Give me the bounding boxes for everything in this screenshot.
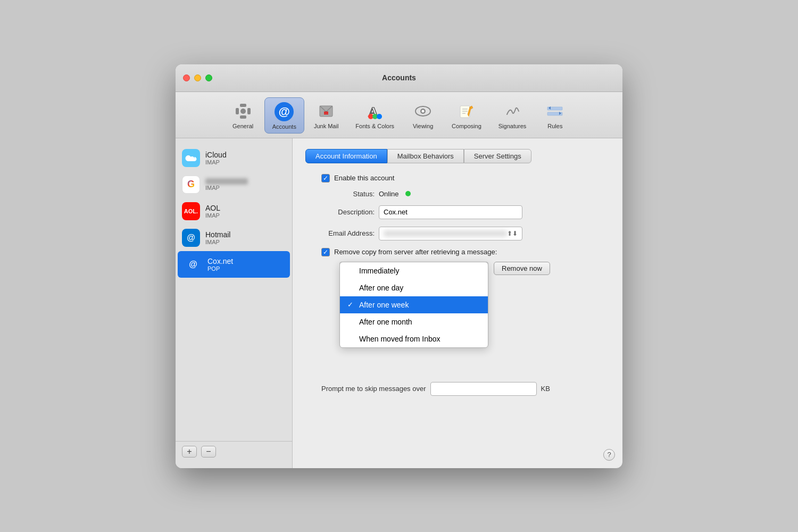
remove-account-button[interactable]: −	[201, 446, 216, 458]
toolbar-item-accounts[interactable]: @ Accounts	[264, 97, 304, 134]
hotmail-icon: @	[182, 229, 200, 247]
google-info: IMAP	[205, 178, 248, 191]
option-when-moved[interactable]: When moved from Inbox	[340, 330, 488, 347]
option-after-one-week[interactable]: ✓ After one week	[340, 296, 488, 313]
option-immediately[interactable]: Immediately	[340, 262, 488, 279]
main-content: iCloud IMAP G IMAP AOL. AOL IMAP	[176, 138, 622, 468]
add-account-button[interactable]: +	[182, 446, 197, 458]
svg-rect-1	[236, 108, 239, 114]
minimize-button[interactable]	[194, 74, 201, 81]
tab-server-settings[interactable]: Server Settings	[464, 149, 531, 163]
email-dropdown-arrow: ⬆⬇	[507, 230, 518, 237]
description-label: Description:	[305, 208, 375, 216]
svg-rect-2	[247, 108, 251, 114]
aol-info: AOL IMAP	[205, 204, 220, 219]
aol-type: IMAP	[205, 212, 220, 219]
email-select[interactable]: ⬆⬇	[379, 227, 522, 240]
remove-copy-row: ✓ Remove copy from server after retrievi…	[305, 248, 610, 256]
cox-icon: @	[184, 255, 202, 273]
icloud-info: iCloud IMAP	[205, 151, 227, 165]
help-button[interactable]: ?	[603, 449, 615, 461]
toolbar-item-general[interactable]: General	[224, 97, 262, 134]
viewing-icon	[412, 101, 434, 122]
google-icon: G	[182, 176, 200, 194]
general-icon	[232, 101, 254, 122]
enable-account-row: ✓ Enable this account	[305, 174, 610, 182]
hotmail-name: Hotmail	[205, 230, 230, 239]
promo-label: Prompt me to skip messages over	[321, 385, 426, 393]
toolbar-item-viewing[interactable]: Viewing	[404, 97, 442, 134]
fullscreen-button[interactable]	[205, 74, 212, 81]
toolbar-item-fonts-colors[interactable]: A Fonts & Colors	[348, 97, 402, 134]
cox-type: POP	[207, 265, 233, 272]
sidebar-item-cox[interactable]: @ Cox.net POP	[178, 251, 290, 278]
remove-now-button[interactable]: Remove now	[494, 262, 550, 275]
option-after-one-month[interactable]: After one month	[340, 313, 488, 330]
toolbar-item-composing[interactable]: Composing	[444, 97, 489, 134]
tab-mailbox-behaviors[interactable]: Mailbox Behaviors	[387, 149, 464, 163]
remove-timing-dropdown[interactable]: Immediately After one day ✓ After one we…	[339, 262, 488, 348]
description-row: Description:	[305, 205, 610, 219]
option-immediately-label: Immediately	[359, 267, 399, 275]
close-button[interactable]	[183, 74, 190, 81]
svg-rect-0	[240, 104, 246, 107]
icloud-name: iCloud	[205, 151, 227, 159]
cox-name: Cox.net	[207, 257, 233, 265]
hotmail-type: IMAP	[205, 239, 230, 245]
google-type: IMAP	[205, 185, 248, 191]
status-row: Status: Online	[305, 190, 610, 198]
sidebar-item-google[interactable]: G IMAP	[176, 171, 292, 198]
signatures-icon	[502, 101, 523, 122]
window-title: Accounts	[382, 73, 416, 82]
junk-mail-label: Junk Mail	[314, 123, 338, 129]
check-after-one-week: ✓	[347, 301, 355, 309]
cox-info: Cox.net POP	[207, 257, 233, 272]
accounts-label: Accounts	[272, 123, 296, 130]
junk-mail-icon	[315, 101, 337, 122]
viewing-label: Viewing	[413, 123, 433, 129]
email-label: Email Address:	[305, 229, 375, 237]
sidebar-item-hotmail[interactable]: @ Hotmail IMAP	[176, 225, 292, 251]
remove-copy-label: Remove copy from server after retrieving…	[334, 248, 497, 256]
aol-icon: AOL.	[182, 202, 200, 220]
enable-account-checkbox[interactable]: ✓	[321, 174, 330, 182]
hotmail-info: Hotmail IMAP	[205, 230, 230, 245]
general-label: General	[232, 123, 253, 129]
option-after-one-day-label: After one day	[359, 284, 403, 292]
option-when-moved-label: When moved from Inbox	[359, 335, 440, 343]
rules-icon	[544, 101, 566, 122]
dropdown-area: After one week ▾ Remove now Immediately …	[305, 262, 610, 276]
toolbar-item-rules[interactable]: Rules	[536, 97, 574, 134]
fonts-colors-icon: A	[364, 101, 386, 122]
status-value: Online	[379, 190, 399, 198]
sidebar-item-icloud[interactable]: iCloud IMAP	[176, 145, 292, 171]
accounts-icon: @	[273, 101, 295, 122]
fonts-colors-label: Fonts & Colors	[355, 123, 394, 129]
sidebar-bottom: + −	[176, 441, 292, 462]
tab-account-information[interactable]: Account Information	[305, 149, 387, 163]
composing-icon	[456, 101, 477, 122]
remove-copy-checkbox[interactable]: ✓	[321, 248, 330, 256]
icloud-icon	[182, 149, 200, 167]
description-input[interactable]	[379, 205, 522, 219]
option-after-one-day[interactable]: After one day	[340, 279, 488, 296]
email-address-row: Email Address: ⬆⬇	[305, 227, 610, 240]
status-label: Status:	[305, 190, 375, 198]
svg-point-14	[422, 110, 425, 112]
toolbar-item-junk-mail[interactable]: Junk Mail	[306, 97, 346, 134]
rules-label: Rules	[547, 123, 562, 129]
sidebar: iCloud IMAP G IMAP AOL. AOL IMAP	[176, 138, 293, 468]
enable-account-label: Enable this account	[334, 174, 394, 182]
icloud-type: IMAP	[205, 159, 227, 165]
google-name-blurred	[205, 178, 248, 185]
main-window: Accounts General @ Accounts	[176, 64, 622, 468]
promo-input[interactable]	[430, 382, 537, 396]
toolbar: General @ Accounts Junk Mail A	[176, 92, 622, 138]
traffic-lights	[183, 74, 212, 81]
signatures-label: Signatures	[498, 123, 527, 129]
check-icon: ✓	[323, 174, 328, 182]
sidebar-item-aol[interactable]: AOL. AOL IMAP	[176, 198, 292, 225]
svg-point-4	[240, 109, 246, 114]
toolbar-item-signatures[interactable]: Signatures	[491, 97, 534, 134]
option-after-one-month-label: After one month	[359, 318, 412, 326]
